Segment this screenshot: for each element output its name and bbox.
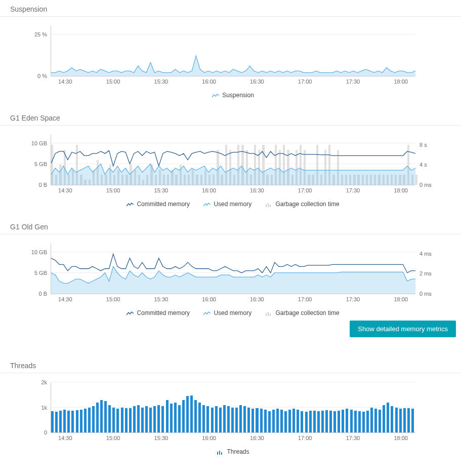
x-tick: 15:30 xyxy=(154,296,169,302)
x-tick: 18:00 xyxy=(394,296,408,302)
legend: Threads xyxy=(25,448,441,456)
x-tick: 15:30 xyxy=(154,78,169,85)
x-tick: 17:00 xyxy=(298,187,312,193)
x-tick: 18:00 xyxy=(394,187,408,193)
section-eden: G1 Eden Space 0 B 5 GB 10 GB 0 ms 4 s 8 … xyxy=(0,109,461,209)
area-icon xyxy=(203,310,211,315)
x-tick: 17:00 xyxy=(298,78,312,85)
x-tick: 18:00 xyxy=(394,78,408,85)
x-tick: 17:30 xyxy=(346,187,360,193)
svg-rect-4 xyxy=(268,312,269,316)
legend-item-committed[interactable]: Committed memory xyxy=(127,309,190,316)
x-tick: 17:00 xyxy=(298,296,312,302)
x-tick: 14:30 xyxy=(58,296,72,302)
legend-label: Garbage collection time xyxy=(275,309,339,316)
legend-label: Used memory xyxy=(214,309,252,316)
legend-item-gc[interactable]: Garbage collection time xyxy=(265,309,339,316)
bar-icon xyxy=(265,310,272,315)
legend: Committed memory Used memory Garbage col… xyxy=(25,201,441,209)
svg-rect-3 xyxy=(266,313,267,316)
chart-threads: 0 1k 2k 14:3015:0015:3016:0016:3017:0017… xyxy=(0,382,461,456)
legend: Committed memory Used memory Garbage col… xyxy=(25,309,441,318)
x-tick: 15:00 xyxy=(106,187,120,193)
y-tick: 10 GB xyxy=(31,249,51,255)
y2-tick: 4 ms xyxy=(415,251,432,257)
section-title: Threads xyxy=(0,356,461,373)
x-tick: 15:00 xyxy=(106,296,120,302)
x-tick: 16:30 xyxy=(250,435,264,441)
section-oldgen: G1 Old Gen 0 B 5 GB 10 GB 0 ms 2 ms 4 ms… xyxy=(0,218,461,347)
y2-tick: 8 s xyxy=(415,142,427,148)
legend-item-committed[interactable]: Committed memory xyxy=(127,201,190,208)
x-tick: 15:00 xyxy=(106,435,120,441)
x-tick: 16:30 xyxy=(250,78,264,85)
legend-item-used[interactable]: Used memory xyxy=(203,309,252,316)
section-suspension: Suspension 0 % 25 % 14:3015:0015:3016:00… xyxy=(0,0,461,100)
x-tick: 17:30 xyxy=(346,296,360,302)
y2-tick: 4 s xyxy=(415,162,427,168)
svg-rect-2 xyxy=(270,205,271,207)
legend-label: Committed memory xyxy=(137,309,190,316)
x-tick: 15:30 xyxy=(154,435,169,441)
x-tick: 18:00 xyxy=(394,435,408,441)
y-tick: 5 GB xyxy=(34,161,51,167)
y-tick: 5 GB xyxy=(34,270,51,276)
legend-item-suspension[interactable]: Suspension xyxy=(212,92,254,99)
svg-rect-0 xyxy=(266,204,267,207)
legend-item-gc[interactable]: Garbage collection time xyxy=(265,201,339,208)
legend-label: Garbage collection time xyxy=(275,201,339,208)
x-tick: 16:30 xyxy=(250,187,264,193)
y-tick: 10 GB xyxy=(31,140,51,146)
x-tick: 15:30 xyxy=(154,187,169,193)
chart-oldgen: 0 B 5 GB 10 GB 0 ms 2 ms 4 ms 14:3015:00… xyxy=(0,244,461,318)
y-tick: 0 xyxy=(44,429,51,435)
area-icon xyxy=(212,93,219,98)
chart-suspension: 0 % 25 % 14:3015:0015:3016:0016:3017:001… xyxy=(0,26,461,100)
legend-label: Committed memory xyxy=(137,201,190,208)
section-title: G1 Eden Space xyxy=(0,109,461,126)
line-icon xyxy=(127,310,134,315)
legend-item-threads[interactable]: Threads xyxy=(217,448,249,455)
svg-rect-1 xyxy=(268,203,269,207)
section-threads: Threads 0 1k 2k 14:3015:0015:3016:0016:3… xyxy=(0,356,461,456)
area-icon xyxy=(203,202,211,207)
y2-tick: 0 ms xyxy=(415,291,432,297)
svg-rect-6 xyxy=(217,452,218,455)
legend-label: Used memory xyxy=(214,201,252,208)
y2-tick: 0 ms xyxy=(415,182,432,188)
x-tick: 17:30 xyxy=(346,435,360,441)
x-tick: 14:30 xyxy=(58,78,72,85)
x-tick: 15:00 xyxy=(106,78,120,85)
y-tick: 0 B xyxy=(38,291,51,297)
x-tick: 17:00 xyxy=(298,435,312,441)
y-tick: 25 % xyxy=(34,31,51,37)
bar-icon xyxy=(265,202,272,207)
x-tick: 16:00 xyxy=(202,78,216,85)
x-tick: 17:30 xyxy=(346,78,360,85)
y-tick: 2k xyxy=(41,379,51,385)
y2-tick: 2 ms xyxy=(415,270,432,276)
svg-rect-5 xyxy=(270,313,271,316)
x-tick: 16:00 xyxy=(202,187,216,193)
legend-item-used[interactable]: Used memory xyxy=(203,201,252,208)
x-tick: 14:30 xyxy=(58,435,72,441)
x-tick: 14:30 xyxy=(58,187,72,193)
line-icon xyxy=(127,202,134,207)
section-title: Suspension xyxy=(0,0,461,17)
x-tick: 16:00 xyxy=(202,435,216,441)
legend-label: Threads xyxy=(227,448,249,455)
legend: Suspension xyxy=(25,92,441,100)
svg-rect-8 xyxy=(221,452,222,455)
chart-eden: 0 B 5 GB 10 GB 0 ms 4 s 8 s 14:3015:0015… xyxy=(0,135,461,209)
section-title: G1 Old Gen xyxy=(0,218,461,234)
legend-label: Suspension xyxy=(222,92,254,99)
y-tick: 0 % xyxy=(37,73,51,79)
bar-icon xyxy=(217,449,224,454)
y-tick: 1k xyxy=(41,405,51,411)
y-tick: 0 B xyxy=(38,182,51,188)
svg-rect-7 xyxy=(219,451,220,455)
show-detailed-memory-button[interactable]: Show detailed memory metrics xyxy=(350,321,456,337)
x-tick: 16:00 xyxy=(202,296,216,302)
x-tick: 16:30 xyxy=(250,296,264,302)
